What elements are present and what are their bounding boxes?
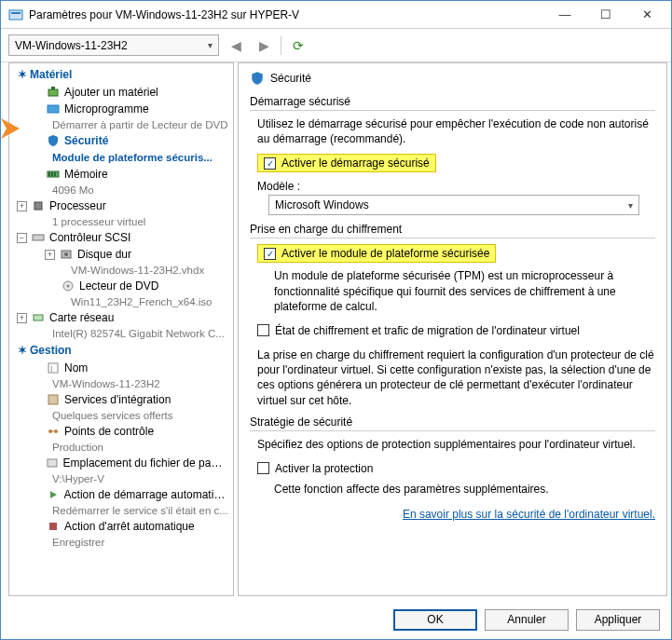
vm-selector[interactable]: VM-Windows-11-23H2 ▾: [8, 34, 219, 56]
nav-forward-button[interactable]: ▶: [253, 34, 275, 57]
svg-rect-8: [51, 172, 53, 176]
template-label: Modèle :: [257, 180, 655, 193]
svg-rect-16: [34, 315, 43, 320]
expand-icon[interactable]: +: [17, 313, 27, 323]
collapse-icon[interactable]: −: [17, 233, 27, 243]
security-item[interactable]: Sécurité: [9, 132, 233, 149]
cpu-detail: 1 processeur virtuel: [9, 214, 233, 229]
window-title: Paramètres pour VM-Windows-11-23H2 sur H…: [29, 8, 544, 21]
svg-text:I: I: [50, 364, 53, 374]
encryption-group-label: Prise en charge du chiffrement: [250, 223, 655, 236]
scsi-item[interactable]: − Contrôleur SCSI: [9, 229, 233, 246]
autostart-item[interactable]: Action de démarrage automatique: [9, 486, 233, 503]
hardware-icon: ✶: [15, 67, 30, 82]
memory-item[interactable]: Mémoire: [9, 166, 233, 183]
policy-group-label: Stratégie de sécurité: [250, 415, 655, 429]
autostop-icon: [46, 519, 61, 534]
secure-boot-highlight: ✓ Activer le démarrage sécurisé: [257, 154, 436, 172]
memory-icon: [46, 167, 61, 182]
dialog-footer: OK Annuler Appliquer: [1, 600, 671, 639]
svg-rect-7: [48, 172, 50, 176]
expand-icon[interactable]: +: [17, 201, 27, 211]
maximize-button[interactable]: ☐: [585, 1, 626, 28]
nic-item[interactable]: + Carte réseau: [9, 309, 233, 326]
encryption-desc: La prise en charge du chiffrement requie…: [257, 347, 655, 408]
content-pane: Sécurité Démarrage sécurisé Utilisez le …: [238, 62, 667, 596]
autostop-item[interactable]: Action d'arrêt automatique: [9, 518, 233, 535]
hdd-icon: [59, 247, 74, 262]
settings-tree: ✶ Matériel Ajouter un matériel Microprog…: [8, 62, 234, 596]
integration-item[interactable]: Services d'intégration: [9, 391, 233, 408]
checkpoint-item[interactable]: Points de contrôle: [9, 423, 233, 440]
learn-more-link[interactable]: En savoir plus sur la sécurité de l'ordi…: [250, 508, 655, 521]
shield-checkbox[interactable]: [257, 462, 269, 474]
autostart-detail: Redémarrer le service s'il était en c...: [9, 503, 233, 518]
shield-check-label: Activer la protection: [275, 462, 373, 475]
cancel-button[interactable]: Annuler: [485, 609, 569, 631]
content-title: Sécurité: [250, 71, 655, 86]
dvd-detail: Win11_23H2_French_x64.iso: [9, 294, 233, 309]
tpm-checkbox[interactable]: ✓: [264, 248, 276, 260]
shield-desc: Cette fonction affecte des paramètres su…: [274, 482, 655, 497]
svg-rect-9: [54, 172, 56, 176]
name-item[interactable]: I Nom: [9, 360, 233, 376]
refresh-button[interactable]: ⟳: [287, 34, 309, 57]
titlebar: Paramètres pour VM-Windows-11-23H2 sur H…: [1, 1, 671, 29]
dvd-icon: [61, 279, 75, 293]
svg-point-13: [64, 252, 68, 256]
nic-detail: Intel(R) 82574L Gigabit Network C...: [9, 326, 233, 341]
chevron-down-icon: ▾: [208, 40, 213, 50]
management-header: ✶ Gestion: [9, 341, 233, 360]
apply-button[interactable]: Appliquer: [576, 609, 660, 631]
svg-rect-23: [48, 459, 57, 467]
svg-rect-3: [48, 89, 58, 96]
firmware-icon: [46, 102, 61, 116]
cpu-item[interactable]: + Processeur: [9, 197, 233, 214]
hdd-item[interactable]: + Disque dur: [9, 246, 233, 263]
svg-point-15: [67, 285, 70, 288]
hdd-detail: VM-Windows-11-23H2.vhdx: [9, 263, 233, 278]
memory-detail: 4096 Mo: [9, 183, 233, 197]
scsi-icon: [31, 230, 46, 245]
state-encryption-checkbox[interactable]: [257, 324, 269, 336]
firmware-item[interactable]: Microprogramme: [9, 101, 233, 117]
nav-back-button[interactable]: ◀: [225, 34, 247, 57]
svg-rect-0: [9, 10, 22, 20]
state-encryption-label: État de chiffrement et trafic de migrati…: [275, 324, 580, 337]
svg-rect-19: [48, 395, 58, 404]
pagefile-item[interactable]: Emplacement du fichier de paginati...: [9, 455, 233, 471]
ok-button[interactable]: OK: [393, 609, 477, 631]
pagefile-detail: V:\Hyper-V: [9, 471, 233, 486]
add-hardware-item[interactable]: Ajouter un matériel: [9, 84, 233, 101]
add-hardware-icon: [46, 85, 61, 100]
template-select[interactable]: Microsoft Windows ▾: [268, 195, 639, 215]
svg-rect-1: [11, 12, 21, 14]
expand-icon[interactable]: +: [45, 250, 55, 260]
secure-boot-checkbox[interactable]: ✓: [264, 157, 276, 170]
minimize-button[interactable]: —: [544, 1, 585, 28]
name-detail: VM-Windows-11-23H2: [9, 376, 233, 391]
svg-rect-4: [51, 87, 55, 89]
settings-icon: [8, 7, 23, 22]
svg-rect-25: [49, 523, 57, 530]
svg-rect-5: [48, 105, 59, 113]
tpm-highlight: ✓ Activer le module de plateforme sécuri…: [257, 244, 496, 263]
checkpoint-icon: [46, 424, 61, 439]
settings-window: Paramètres pour VM-Windows-11-23H2 sur H…: [0, 0, 672, 640]
tpm-check-label: Activer le module de plateforme sécurisé…: [281, 247, 489, 260]
secure-boot-check-label: Activer le démarrage sécurisé: [281, 157, 430, 170]
integration-detail: Quelques services offerts: [9, 408, 233, 423]
dvd-item[interactable]: Lecteur de DVD: [9, 278, 233, 294]
firmware-detail: Démarrer à partir de Lecteur de DVD: [9, 117, 233, 132]
tpm-desc: Un module de plateforme sécurisée (TPM) …: [274, 268, 655, 314]
secure-boot-desc: Utilisez le démarrage sécurisé pour empê…: [257, 116, 655, 146]
policy-desc: Spécifiez des options de protection supp…: [257, 437, 655, 452]
chevron-down-icon: ▾: [628, 200, 633, 211]
security-detail: Module de plateforme sécuris...: [9, 149, 233, 166]
management-icon: ✶: [15, 343, 30, 358]
svg-rect-11: [33, 235, 44, 240]
autostart-icon: [46, 487, 61, 502]
integration-icon: [46, 392, 61, 407]
template-value: Microsoft Windows: [275, 198, 369, 211]
close-button[interactable]: ✕: [626, 1, 667, 28]
